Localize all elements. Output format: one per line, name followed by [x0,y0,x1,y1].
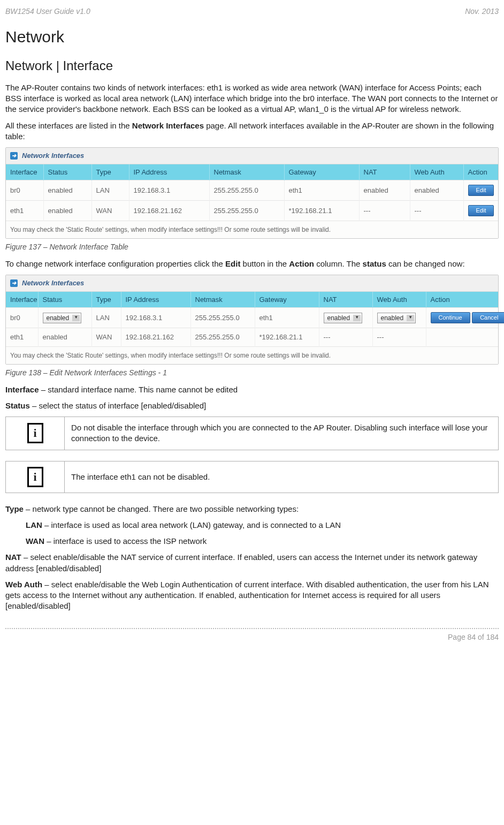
text-bold: status [363,259,386,268]
col-ip: IP Address [129,164,209,180]
col-gateway: Gateway [284,164,359,180]
doc-date-header: Nov. 2013 [465,6,499,17]
nat-dropdown[interactable]: enabled ▼ [324,313,363,323]
cell-nat: enabled ▼ [319,308,372,328]
continue-button[interactable]: Continue [431,312,470,323]
text: To change network interface configuratio… [5,259,225,268]
panel-title: Network Interfaces [22,278,84,288]
webauth-dropdown[interactable]: enabled ▼ [377,313,416,323]
cell-webauth: enabled ▼ [372,308,426,328]
def-nat: NAT – select enable/disable the NAT serv… [5,552,499,574]
cell-status: enabled [43,200,91,221]
text-bold: Type [5,504,24,513]
text: column. The [314,259,363,268]
cell-type: LAN [91,180,129,201]
paragraph-intro: The AP-Router contains two kinds of netw… [5,82,499,115]
table-header-row: Interface Status Type IP Address Netmask… [6,164,498,180]
cell-action: Edit [463,200,498,221]
table-footnote: You may check the 'Static Route' setting… [6,346,498,364]
table-row: br0 enabled LAN 192.168.3.1 255.255.255.… [6,180,498,201]
cell-type: WAN [91,200,129,221]
col-webauth: Web Auth [410,164,463,180]
text: – network type cannot be changed. There … [24,504,299,513]
edit-button[interactable]: Edit [468,205,494,216]
cell-nat: enabled [359,180,410,201]
cell-interface: br0 [6,180,43,201]
table-row: eth1 enabled WAN 192.168.21.162 255.255.… [6,328,498,347]
figure-caption-138: Figure 138 – Edit Network Interfaces Set… [5,368,499,378]
col-nat: NAT [319,292,372,308]
col-action: Action [426,292,498,308]
cell-status: enabled ▼ [38,308,91,328]
cell-ip: 192.168.3.1 [121,308,190,328]
network-interfaces-panel-1: ➔ Network Interfaces Interface Status Ty… [5,147,499,239]
col-status: Status [38,292,91,308]
text-bold: Interface [5,385,39,394]
text: All these interfaces are listed in the [5,121,132,130]
table-header-row: Interface Status Type IP Address Netmask… [6,292,498,308]
col-action: Action [463,164,498,180]
cell-ip: 192.168.21.162 [129,200,209,221]
arrow-right-icon: ➔ [10,279,18,287]
chevron-down-icon: ▼ [353,315,361,321]
info-box-1: i Do not disable the interface through w… [5,417,499,450]
text-bold: WAN [26,536,44,546]
cell-action: Continue Cancel [426,308,498,328]
cell-nat: --- [319,328,372,347]
info-icon-cell: i [6,417,65,450]
col-webauth: Web Auth [372,292,426,308]
status-dropdown[interactable]: enabled ▼ [43,313,82,323]
cell-action: Edit [463,180,498,201]
table-row: br0 enabled ▼ LAN 192.168.3.1 255.255.25… [6,308,498,328]
text: can be changed now: [386,259,465,268]
cell-ip: 192.168.3.1 [129,180,209,201]
cell-ip: 192.168.21.162 [121,328,190,347]
dropdown-value: enabled [327,314,350,322]
chevron-down-icon: ▼ [72,315,80,321]
def-interface: Interface – standard interface name. Thi… [5,384,499,395]
cancel-button[interactable]: Cancel [472,312,504,323]
text: – select the status of interface [enable… [30,401,206,410]
def-type-lan: LAN – interface is used as local area ne… [26,520,499,531]
col-type: Type [91,292,121,308]
col-interface: Interface [6,164,43,180]
panel-titlebar: ➔ Network Interfaces [6,275,498,292]
text: – interface is used as local area networ… [42,520,341,529]
text: – select enable/disable the Web Login Au… [5,580,489,611]
arrow-right-icon: ➔ [10,152,18,160]
info-text: Do not disable the interface through whi… [65,417,499,450]
panel-title: Network Interfaces [22,151,84,161]
edit-button[interactable]: Edit [468,185,494,196]
info-box-2: i The interface eth1 can not be disabled… [5,461,499,493]
col-interface: Interface [6,292,38,308]
cell-netmask: 255.255.255.0 [209,200,284,221]
text: – standard interface name. This name can… [39,385,238,394]
doc-title-header: BW1254 User Guide v1.0 [5,6,90,17]
cell-gateway: eth1 [284,180,359,201]
def-type-wan: WAN – interface is used to access the IS… [26,536,499,547]
dropdown-value: enabled [381,314,404,322]
col-netmask: Netmask [209,164,284,180]
table-footnote-row: You may check the 'Static Route' setting… [6,221,498,238]
def-type: Type – network type cannot be changed. T… [5,504,499,514]
paragraph-edit-intro: To change network interface configuratio… [5,259,499,269]
text-bold: Action [289,259,314,268]
page-title: Network [5,26,499,48]
cell-status: enabled [38,328,91,347]
info-icon: i [27,467,43,487]
cell-webauth: enabled [410,180,463,201]
col-netmask: Netmask [190,292,255,308]
col-status: Status [43,164,91,180]
cell-interface: br0 [6,308,38,328]
col-nat: NAT [359,164,410,180]
text-bold: Edit [225,259,240,268]
text-bold: Status [5,401,30,410]
figure-caption-137: Figure 137 – Network Interface Table [5,242,499,252]
cell-netmask: 255.255.255.0 [190,328,255,347]
info-icon: i [27,423,43,443]
page-footer: Page 84 of 184 [5,628,499,642]
cell-webauth: --- [372,328,426,347]
table-row: eth1 enabled WAN 192.168.21.162 255.255.… [6,200,498,221]
cell-nat: --- [359,200,410,221]
text: – interface is used to access the ISP ne… [44,536,207,546]
